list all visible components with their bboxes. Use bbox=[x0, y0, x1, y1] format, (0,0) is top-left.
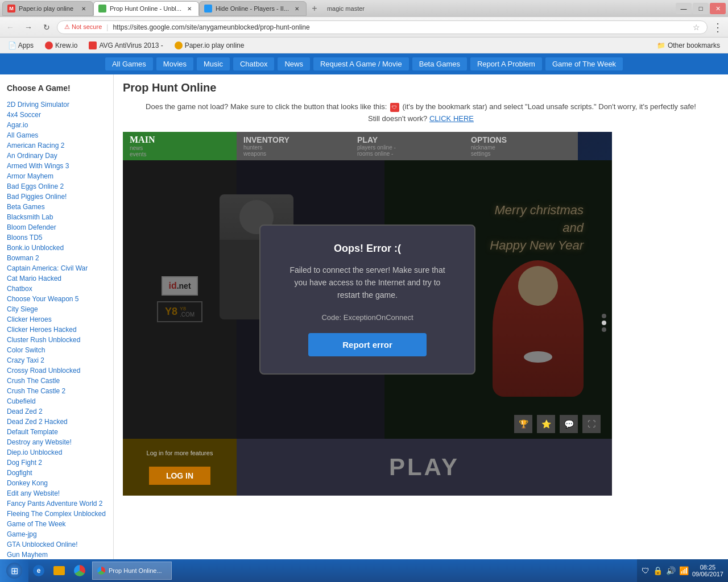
nav-news[interactable]: News bbox=[277, 57, 311, 71]
tab-favicon-2 bbox=[98, 5, 106, 13]
maximize-button[interactable]: □ bbox=[693, 3, 709, 14]
sidebar-item-cubefield[interactable]: Cubefield bbox=[0, 396, 113, 406]
sidebar-item-edit-website[interactable]: Edit any Website! bbox=[0, 488, 113, 498]
reload-button[interactable]: ↻ bbox=[39, 19, 55, 35]
bookmark-krew[interactable]: Krew.io bbox=[42, 40, 81, 51]
sidebar-item-clicker-heroes[interactable]: Clicker Heroes bbox=[0, 314, 113, 325]
tab-close-2[interactable]: ✕ bbox=[185, 4, 194, 13]
game-menu-main[interactable]: MAIN news events bbox=[123, 132, 237, 160]
bookmark-apps[interactable]: 📄 Apps bbox=[5, 40, 37, 51]
nav-request[interactable]: Request A Game / Movie bbox=[313, 57, 410, 71]
other-bookmarks[interactable]: 📁 Other bookmarks bbox=[653, 40, 723, 51]
sidebar-item-agar[interactable]: Agar.io bbox=[0, 120, 113, 130]
sidebar-item-dogfight[interactable]: Dogfight bbox=[0, 468, 113, 478]
sidebar-item-ordinary-day[interactable]: An Ordinary Day bbox=[0, 151, 113, 161]
sidebar-item-default-template[interactable]: Default Template bbox=[0, 427, 113, 437]
nav-all-games[interactable]: All Games bbox=[105, 57, 154, 71]
sidebar-item-game-of-week[interactable]: Game of The Week bbox=[0, 519, 113, 529]
sidebar: Choose A Game! 2D Driving Simulator 4x4 … bbox=[0, 74, 114, 559]
close-button[interactable]: ✕ bbox=[710, 3, 726, 14]
click-here-link[interactable]: CLICK HERE bbox=[429, 114, 474, 123]
sidebar-item-blacksmith[interactable]: Blacksmith Lab bbox=[0, 212, 113, 222]
taskbar-items: Prop Hunt Online... bbox=[90, 562, 637, 580]
ie-icon[interactable]: e bbox=[28, 559, 49, 582]
sidebar-item-cluster-rush[interactable]: Cluster Rush Unblocked bbox=[0, 335, 113, 345]
back-button[interactable]: ← bbox=[2, 19, 18, 35]
bookmark-paperio[interactable]: Paper.io play online bbox=[171, 40, 248, 51]
tab-close-1[interactable]: ✕ bbox=[79, 4, 88, 13]
file-explorer-icon[interactable] bbox=[49, 559, 69, 582]
fullscreen-icon[interactable]: ⛶ bbox=[582, 415, 601, 433]
sidebar-item-bad-piggies[interactable]: Bad Piggies Online! bbox=[0, 192, 113, 202]
sidebar-item-fancy-pants[interactable]: Fancy Pants Adventure World 2 bbox=[0, 498, 113, 509]
sidebar-item-diep[interactable]: Diep.io Unblocked bbox=[0, 447, 113, 458]
sidebar-item-crush-castle-2[interactable]: Crush The Castle 2 bbox=[0, 386, 113, 396]
sidebar-item-city-siege[interactable]: City Siege bbox=[0, 304, 113, 314]
tab-close-3[interactable]: ✕ bbox=[292, 4, 301, 13]
login-button[interactable]: LOG IN bbox=[149, 467, 210, 485]
paperio-label: Paper.io play online bbox=[185, 41, 245, 49]
chat-icon[interactable]: 💬 bbox=[560, 415, 578, 433]
sidebar-item-gun-mayhem[interactable]: Gun Mayhem bbox=[0, 550, 113, 559]
sidebar-item-destroy-website[interactable]: Destroy any Website! bbox=[0, 437, 113, 447]
tab-prop-hunt[interactable]: Prop Hunt Online - Unbl... ✕ bbox=[93, 1, 199, 16]
nav-beta-games[interactable]: Beta Games bbox=[412, 57, 468, 71]
nav-game-of-week[interactable]: Game of The Week bbox=[545, 57, 623, 71]
sidebar-item-2d-driving[interactable]: 2D Driving Simulator bbox=[0, 99, 113, 110]
sidebar-item-bad-eggs[interactable]: Bad Eggs Online 2 bbox=[0, 181, 113, 192]
tab-paper-io[interactable]: M Paper.io play online ✕ bbox=[2, 1, 93, 16]
sidebar-item-gta[interactable]: GTA Unblocked Online! bbox=[0, 539, 113, 550]
nav-report[interactable]: Report A Problem bbox=[470, 57, 543, 71]
game-content: Prop Hunt Online Does the game not load?… bbox=[114, 74, 728, 559]
sidebar-item-fleeing-complex[interactable]: Fleeing The Complex Unblocked bbox=[0, 509, 113, 519]
bookmark-avg[interactable]: AVG AntiVirus 2013 - bbox=[85, 40, 166, 51]
sidebar-item-game-jpg[interactable]: Game-jpg bbox=[0, 529, 113, 539]
sidebar-item-donkey-kong[interactable]: Donkey Kong bbox=[0, 478, 113, 488]
error-message: Failed to connect the server! Make sure … bbox=[283, 264, 452, 302]
chrome-taskbar-icon[interactable] bbox=[69, 559, 90, 582]
sidebar-item-american-racing[interactable]: American Racing 2 bbox=[0, 140, 113, 151]
new-tab-button[interactable]: + bbox=[307, 1, 322, 16]
sidebar-item-clicker-heroes-hacked[interactable]: Clicker Heroes Hacked bbox=[0, 325, 113, 335]
sidebar-item-cat-mario[interactable]: Cat Mario Hacked bbox=[0, 273, 113, 284]
tab-hide-online[interactable]: Hide Online - Players - II... ✕ bbox=[199, 1, 307, 16]
sidebar-item-crazy-taxi[interactable]: Crazy Taxi 2 bbox=[0, 355, 113, 365]
tray-icon-1: 🛡 bbox=[642, 566, 650, 575]
nav-music[interactable]: Music bbox=[196, 57, 230, 71]
bookmark-star-icon[interactable]: ☆ bbox=[693, 23, 700, 32]
forward-button[interactable]: → bbox=[20, 19, 36, 35]
start-button[interactable]: ⊞ bbox=[0, 559, 28, 582]
chrome-menu-button[interactable]: ⋮ bbox=[710, 19, 726, 35]
sidebar-item-crossy-road[interactable]: Crossy Road Unblocked bbox=[0, 365, 113, 376]
trophy-icon[interactable]: 🏆 bbox=[514, 415, 532, 433]
game-menu-play[interactable]: PLAY players online - rooms online - bbox=[350, 132, 464, 160]
sidebar-item-beta-games[interactable]: Beta Games bbox=[0, 202, 113, 212]
taskbar-active-item[interactable]: Prop Hunt Online... bbox=[92, 562, 172, 580]
sidebar-item-armed-wings[interactable]: Armed With Wings 3 bbox=[0, 161, 113, 171]
game-menu-inventory[interactable]: INVENTORY hunters weapons bbox=[237, 132, 350, 160]
star-icon[interactable]: ⭐ bbox=[537, 415, 555, 433]
sidebar-item-all-games[interactable]: All Games bbox=[0, 130, 113, 140]
sidebar-item-color-switch[interactable]: Color Switch bbox=[0, 345, 113, 355]
sidebar-item-armor-mayhem[interactable]: Armor Mayhem bbox=[0, 171, 113, 181]
sidebar-item-dead-zed-hacked[interactable]: Dead Zed 2 Hacked bbox=[0, 417, 113, 427]
sidebar-item-dog-fight[interactable]: Dog Fight 2 bbox=[0, 458, 113, 468]
sidebar-item-dead-zed[interactable]: Dead Zed 2 bbox=[0, 406, 113, 417]
report-error-button[interactable]: Report error bbox=[308, 333, 427, 356]
sidebar-item-captain-america[interactable]: Captain America: Civil War bbox=[0, 263, 113, 273]
sidebar-item-choose-weapon[interactable]: Choose Your Weapon 5 bbox=[0, 294, 113, 304]
nav-movies[interactable]: Movies bbox=[156, 57, 194, 71]
sidebar-item-crush-castle[interactable]: Crush The Castle bbox=[0, 376, 113, 386]
sidebar-item-4x4-soccer[interactable]: 4x4 Soccer bbox=[0, 110, 113, 120]
sidebar-item-chatbox[interactable]: Chatbox bbox=[0, 284, 113, 294]
sidebar-item-bloom-defender[interactable]: Bloom Defender bbox=[0, 222, 113, 232]
sidebar-item-bowman[interactable]: Bowman 2 bbox=[0, 253, 113, 263]
address-separator: | bbox=[106, 23, 108, 31]
address-bar[interactable]: ⚠ Not secure | https://sites.google.com/… bbox=[57, 20, 708, 34]
nav-chatbox[interactable]: Chatbox bbox=[233, 57, 275, 71]
sidebar-item-bonk[interactable]: Bonk.io Unblocked bbox=[0, 243, 113, 253]
windows-logo: ⊞ bbox=[6, 563, 22, 579]
sidebar-item-bloons[interactable]: Bloons TD5 bbox=[0, 232, 113, 243]
minimize-button[interactable]: — bbox=[676, 3, 692, 14]
game-menu-options[interactable]: OPTIONS nickname settings bbox=[464, 132, 578, 160]
